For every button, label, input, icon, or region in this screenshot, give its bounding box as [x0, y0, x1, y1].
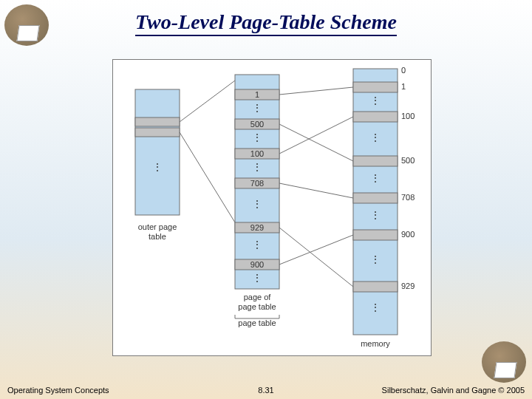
mem-val-1: 1 — [401, 82, 406, 91]
ptr-outer-0 — [180, 81, 235, 122]
mem-dots-4: ⋮ — [370, 253, 381, 265]
inner-val-2: 100 — [250, 149, 264, 158]
ptr-i2 — [279, 117, 353, 154]
mem-val-6: 929 — [401, 282, 415, 290]
ptr-i1 — [279, 124, 353, 161]
footer-right: Silberschatz, Galvin and Gagne © 2005 — [382, 386, 525, 395]
inner-dots-4: ⋮ — [252, 239, 262, 250]
ptr-i5 — [279, 235, 353, 265]
ptr-outer-1 — [180, 132, 235, 222]
inner-val-0: 1 — [255, 90, 259, 99]
outer-label-2: table — [149, 232, 166, 241]
mem-row-6 — [353, 282, 398, 292]
mem-row-5 — [353, 230, 398, 240]
inner-label-1: page of — [244, 293, 272, 301]
outer-row-1 — [135, 128, 180, 137]
slide-title: Two-Level Page-Table Scheme — [0, 10, 532, 34]
inner-dots-1: ⋮ — [252, 132, 262, 143]
mem-dots-1: ⋮ — [370, 132, 381, 143]
memory-label: memory — [361, 339, 390, 348]
inner-label-2: page table — [238, 302, 276, 311]
mem-val-5: 900 — [401, 230, 415, 239]
mem-dots-5: ⋮ — [370, 301, 381, 313]
inner-val-1: 500 — [250, 120, 264, 129]
mem-val-4: 708 — [401, 193, 415, 202]
mem-row-4 — [353, 193, 398, 203]
inner-val-4: 929 — [250, 223, 264, 232]
mascot-bottom-right — [482, 341, 526, 383]
mem-row-2 — [353, 112, 398, 122]
outer-table — [135, 89, 180, 215]
diagram-figure: ⋮ outer page table 1 500 100 708 929 900… — [112, 59, 432, 356]
inner-val-5: 900 — [250, 260, 264, 269]
inner-dots-0: ⋮ — [252, 102, 262, 114]
mem-dots-2: ⋮ — [370, 172, 381, 184]
slide-title-text: Two-Level Page-Table Scheme — [135, 10, 397, 36]
mem-dots-0: ⋮ — [370, 95, 381, 106]
outer-label-1: outer page — [138, 222, 177, 231]
inner-dots-3: ⋮ — [252, 198, 262, 210]
outer-dots: ⋮ — [152, 161, 163, 173]
mem-row-1 — [353, 82, 398, 92]
inner-val-3: 708 — [250, 179, 264, 188]
inner-dots-5: ⋮ — [252, 272, 262, 284]
pagetable-label: page table — [238, 318, 276, 327]
ptr-i0 — [279, 87, 353, 95]
diagram-svg: ⋮ outer page table 1 500 100 708 929 900… — [113, 60, 431, 355]
outer-row-0 — [135, 117, 180, 126]
slide: Two-Level Page-Table Scheme ⋮ outer page… — [0, 0, 532, 399]
inner-dots-2: ⋮ — [252, 161, 262, 173]
mem-val-2: 100 — [401, 112, 415, 120]
mem-dots-3: ⋮ — [370, 209, 381, 221]
ptr-i4 — [279, 228, 353, 287]
mem-val-0: 0 — [401, 66, 406, 75]
ptr-i3 — [279, 183, 353, 198]
mem-row-3 — [353, 156, 398, 166]
mem-val-3: 500 — [401, 156, 415, 165]
